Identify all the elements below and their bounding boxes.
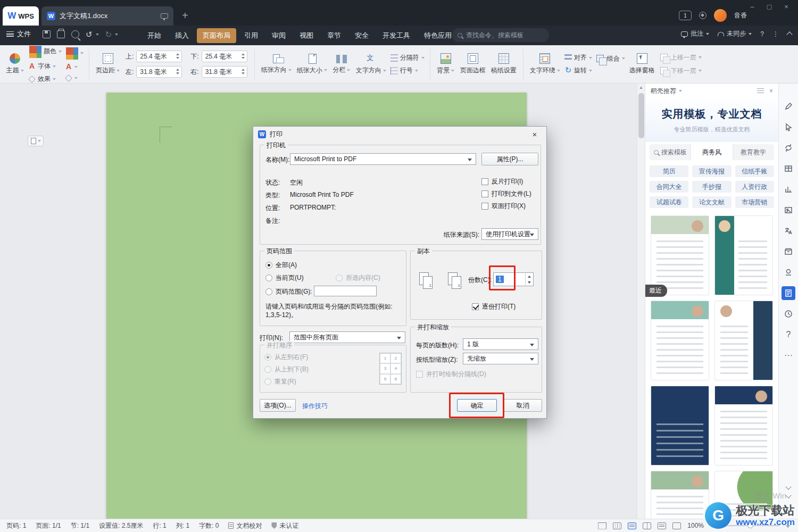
tab-view[interactable]: 视图 xyxy=(294,28,319,43)
category-exams[interactable]: 试题试卷 xyxy=(650,196,688,208)
template-card[interactable] xyxy=(651,301,709,380)
tab-page-layout[interactable]: 页面布局 xyxy=(197,28,236,43)
document-scrollbar[interactable]: ▲ xyxy=(637,84,645,519)
copies-decrement-button[interactable] xyxy=(526,279,533,285)
theme-colors-mini-button[interactable] xyxy=(63,46,85,60)
theme-effects-mini-button[interactable] xyxy=(63,74,85,82)
redo-dropdown-caret[interactable] xyxy=(115,34,118,36)
theme-fonts-mini-button[interactable] xyxy=(63,63,85,71)
paper-orientation-button[interactable]: 纸张方向 xyxy=(259,47,294,81)
minimize-button[interactable]: – xyxy=(745,0,760,13)
message-count-badge[interactable]: 1 xyxy=(679,11,692,20)
fullscreen-view-icon[interactable] xyxy=(598,522,606,529)
scroll-up-arrow[interactable]: ▲ xyxy=(637,84,645,92)
reverse-print-checkbox[interactable]: 反片打印(I) xyxy=(481,177,523,186)
rail-scroll-down-icon[interactable] xyxy=(785,484,791,489)
template-tab-business[interactable]: 商务风 xyxy=(691,144,733,160)
status-word-count[interactable]: 字数: 0 xyxy=(199,521,219,530)
paste-options-popover[interactable] xyxy=(28,136,44,146)
category-papers[interactable]: 论文文献 xyxy=(692,196,731,208)
text-direction-button[interactable]: 文字方向 xyxy=(353,47,389,81)
zoom-percentage[interactable]: 100% xyxy=(687,522,704,529)
tab-security[interactable]: 安全 xyxy=(349,28,375,43)
align-button[interactable]: 对齐 xyxy=(563,53,594,63)
tab-references[interactable]: 引用 xyxy=(238,28,264,43)
printer-name-select[interactable]: Microsoft Print to PDF xyxy=(290,153,476,165)
category-marketing[interactable]: 市场营销 xyxy=(735,196,774,208)
web-layout-icon[interactable] xyxy=(643,522,651,529)
options-button[interactable]: 选项(O)... xyxy=(260,399,296,412)
group-button[interactable]: 组合 xyxy=(594,53,627,64)
proofread-button[interactable]: 文档校对 xyxy=(228,521,262,530)
user-avatar[interactable] xyxy=(714,9,727,22)
category-poster[interactable]: 宣传海报 xyxy=(692,165,731,177)
effects-button[interactable]: 效果 xyxy=(27,74,63,84)
template-card[interactable] xyxy=(714,215,773,295)
margins-button[interactable]: 页边距 xyxy=(93,47,122,81)
tab-review[interactable]: 审阅 xyxy=(266,28,292,43)
chart-icon[interactable] xyxy=(782,182,795,196)
tab-featured-apps[interactable]: 特色应用 xyxy=(418,28,458,43)
print-what-select[interactable]: 范围中所有页面 xyxy=(289,331,405,343)
outline-view-icon[interactable] xyxy=(658,522,666,529)
history-icon[interactable] xyxy=(782,307,795,321)
scrollbar-thumb[interactable] xyxy=(638,93,644,138)
panel-close-button[interactable]: × xyxy=(769,87,773,95)
print-icon[interactable] xyxy=(57,30,65,38)
template-card[interactable] xyxy=(714,301,773,380)
archive-icon[interactable] xyxy=(782,245,795,259)
category-resume[interactable]: 简历 xyxy=(650,165,688,177)
background-button[interactable]: 背景 xyxy=(434,47,458,81)
sync-status-button[interactable]: 未同步 xyxy=(718,29,752,38)
pages-per-sheet-select[interactable]: 1 版 xyxy=(463,338,538,350)
template-assistant-icon[interactable] xyxy=(782,286,795,300)
tab-home[interactable]: 开始 xyxy=(142,28,167,43)
ok-button[interactable]: 确定 xyxy=(457,399,497,412)
range-current-radio[interactable]: 当前页(U) xyxy=(265,273,304,282)
stamp-seal-ic[interactable] xyxy=(782,265,795,279)
recent-badge[interactable]: 最近 xyxy=(645,285,667,297)
cancel-button[interactable]: 取消 xyxy=(503,399,542,412)
undo-icon[interactable]: ↺ xyxy=(86,30,93,38)
order-ltr-radio[interactable]: 从左到右(F) xyxy=(264,353,308,362)
category-handcopy[interactable]: 手抄报 xyxy=(692,181,731,193)
table-icon[interactable] xyxy=(782,162,795,176)
template-card[interactable] xyxy=(714,386,773,466)
document-tab[interactable]: 文字文稿1.docx xyxy=(41,6,173,26)
print-dialog-titlebar[interactable]: 打印 × xyxy=(253,127,546,142)
translate-icon[interactable] xyxy=(782,224,795,238)
collapse-ribbon-button[interactable] xyxy=(786,31,792,37)
margin-left-input[interactable]: 31.8 毫米 xyxy=(136,66,182,78)
columns-button[interactable]: 分栏 xyxy=(330,47,353,81)
redo-icon[interactable]: ↻ xyxy=(105,30,112,38)
template-search-tab[interactable]: 搜索模板 xyxy=(650,144,691,160)
send-backward-button[interactable]: 下移一层 xyxy=(658,65,703,76)
paper-grid-settings-button[interactable]: 稿纸设置 xyxy=(488,47,519,81)
category-hr-admin[interactable]: 人资行政 xyxy=(735,181,774,193)
tab-insert[interactable]: 插入 xyxy=(169,28,195,43)
docer-recommend-title[interactable]: 稻壳推荐 xyxy=(651,87,676,96)
fit-page-icon[interactable] xyxy=(672,522,681,529)
copies-count-input[interactable]: 1 xyxy=(493,272,534,286)
new-tab-button[interactable]: + xyxy=(182,10,188,22)
certification-button[interactable]: 未认证 xyxy=(271,521,298,530)
rotate-button[interactable]: 旋转 xyxy=(563,65,594,76)
category-stationery[interactable]: 信纸手账 xyxy=(735,165,774,177)
range-pages-radio[interactable]: 页码范围(G): xyxy=(265,287,312,296)
draw-divider-checkbox[interactable]: 并打时绘制分隔线(D) xyxy=(416,370,486,379)
print-layout-icon[interactable] xyxy=(628,522,636,529)
save-icon[interactable] xyxy=(43,30,51,38)
more-menu-button[interactable]: ⋮ xyxy=(772,30,779,38)
duplex-checkbox[interactable]: 双面打印(X) xyxy=(481,202,526,211)
panel-list-icon[interactable] xyxy=(757,88,764,94)
bring-forward-button[interactable]: 上移一层 xyxy=(658,52,703,63)
category-contracts[interactable]: 合同大全 xyxy=(650,181,688,193)
tab-dev-tools[interactable]: 开发工具 xyxy=(377,28,416,43)
template-tab-education[interactable]: 教育教学 xyxy=(733,144,774,160)
margin-bottom-input[interactable]: 25.4 毫米 xyxy=(202,51,247,62)
rail-scroll-down-icon[interactable] xyxy=(785,492,791,498)
maximize-button[interactable]: ▢ xyxy=(762,0,777,13)
order-ttb-radio[interactable]: 从上到下(B) xyxy=(264,365,309,374)
dialog-close-button[interactable]: × xyxy=(528,128,542,140)
presentation-mode-icon[interactable] xyxy=(161,13,168,19)
